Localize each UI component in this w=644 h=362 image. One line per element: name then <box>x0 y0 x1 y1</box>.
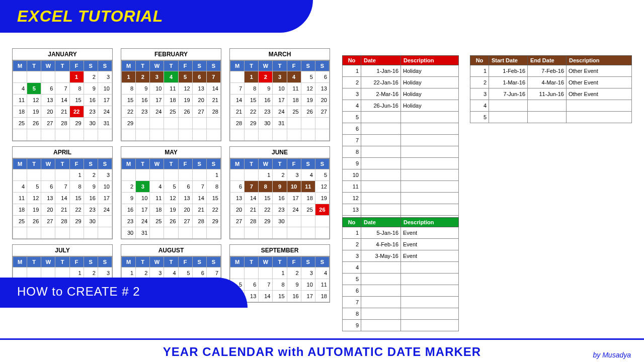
day-header: W <box>41 257 55 267</box>
row-desc <box>401 320 459 331</box>
day-cell: 26 <box>301 106 315 118</box>
day-cell: 26 <box>178 106 192 118</box>
day-cell: 17 <box>136 204 150 216</box>
day-cell: 10 <box>301 279 315 291</box>
month-march: MARCHMTWTFSS1234567891011121314151617181… <box>229 48 330 141</box>
day-cell <box>192 227 206 239</box>
day-cell: 9 <box>84 181 98 193</box>
table-row: 32-Mar-16Holiday <box>343 88 459 100</box>
day-cell <box>13 227 27 239</box>
day-header: T <box>164 159 178 169</box>
row-start <box>489 112 528 123</box>
table-row: 11-Feb-167-Feb-16Other Event <box>470 65 632 77</box>
day-cell: 27 <box>192 106 206 118</box>
day-header: T <box>245 61 259 71</box>
row-end: 7-Feb-16 <box>528 65 567 77</box>
day-cell: 16 <box>84 193 98 204</box>
day-cell <box>178 129 192 141</box>
day-cell <box>230 267 245 279</box>
day-cell: 14 <box>259 291 273 302</box>
day-cell: 13 <box>315 83 329 95</box>
day-cell: 4 <box>13 83 27 95</box>
day-cell <box>206 129 220 141</box>
day-header: T <box>136 257 150 267</box>
day-cell <box>27 227 41 239</box>
col-header: Date <box>361 56 401 65</box>
day-cell: 10 <box>136 193 150 204</box>
day-cell: 13 <box>41 193 55 204</box>
row-desc: Event <box>401 250 459 262</box>
row-date <box>361 158 401 169</box>
day-cell: 13 <box>178 193 192 204</box>
row-date <box>361 308 401 320</box>
day-cell: 25 <box>287 106 301 118</box>
day-cell <box>230 227 245 239</box>
day-cell: 7 <box>206 71 220 83</box>
day-cell: 5 <box>27 181 41 193</box>
day-cell: 17 <box>287 193 301 204</box>
day-cell <box>230 71 245 83</box>
day-cell: 21 <box>55 204 69 216</box>
row-date: 1-Jan-16 <box>361 65 401 77</box>
row-date: 3-May-16 <box>361 250 401 262</box>
day-cell: 20 <box>41 106 55 118</box>
day-header: T <box>164 257 178 267</box>
day-header: S <box>192 61 206 71</box>
row-desc <box>401 181 459 193</box>
col-header: Description <box>401 56 459 65</box>
day-cell: 25 <box>301 204 315 216</box>
day-cell: 24 <box>287 204 301 216</box>
day-cell: 9 <box>122 193 136 204</box>
day-cell: 11 <box>13 193 27 204</box>
row-no: 8 <box>343 308 361 320</box>
table-row: 4 <box>343 262 459 274</box>
table-row: 222-Jan-16Holiday <box>343 77 459 88</box>
day-cell: 23 <box>84 204 98 216</box>
day-cell: 6 <box>192 71 206 83</box>
day-cell <box>245 267 259 279</box>
row-no: 1 <box>470 65 489 77</box>
day-header: W <box>259 61 273 71</box>
day-cell: 5 <box>178 71 192 83</box>
row-desc: Holiday <box>401 77 459 88</box>
day-cell: 28 <box>230 118 245 129</box>
row-no: 13 <box>343 204 361 216</box>
day-cell: 1 <box>245 71 259 83</box>
day-header: S <box>98 159 112 169</box>
row-no: 2 <box>343 239 361 250</box>
col-header: Description <box>401 218 459 227</box>
day-cell: 1 <box>122 71 136 83</box>
day-header: M <box>13 257 27 267</box>
month-title: JUNE <box>230 147 330 158</box>
row-no: 9 <box>343 320 361 331</box>
day-cell <box>150 129 164 141</box>
day-cell: 4 <box>164 71 178 83</box>
header-band: EXCEL TUTORIAL <box>0 0 313 33</box>
row-date <box>361 193 401 204</box>
day-cell <box>41 169 55 181</box>
day-cell: 5 <box>315 169 329 181</box>
day-header: T <box>273 159 287 169</box>
day-cell: 25 <box>150 216 164 227</box>
day-cell: 9 <box>84 83 98 95</box>
day-cell <box>178 227 192 239</box>
day-cell: 15 <box>259 193 273 204</box>
day-cell: 24 <box>150 106 164 118</box>
day-cell: 12 <box>27 193 41 204</box>
day-cell: 5 <box>164 181 178 193</box>
day-cell: 23 <box>273 204 287 216</box>
day-cell <box>69 227 84 239</box>
day-header: W <box>259 257 273 267</box>
col-header: Start Date <box>489 56 528 65</box>
day-cell: 11 <box>13 95 27 106</box>
row-date <box>361 123 401 135</box>
row-desc: Other Event <box>567 88 632 100</box>
day-cell: 16 <box>122 204 136 216</box>
day-cell: 23 <box>122 216 136 227</box>
day-cell: 21 <box>230 106 245 118</box>
day-cell: 26 <box>27 118 41 129</box>
day-cell <box>136 118 150 129</box>
holiday-table: NoDateDescription11-Jan-16Holiday222-Jan… <box>342 55 459 239</box>
day-cell: 22 <box>259 204 273 216</box>
day-header: S <box>315 61 329 71</box>
